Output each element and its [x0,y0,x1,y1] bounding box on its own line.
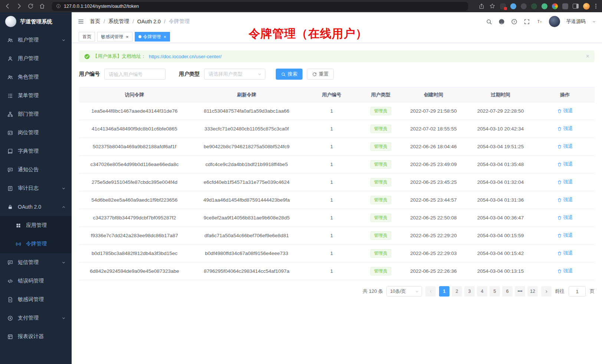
address-bar[interactable]: 127.0.0.1:1024/system/oauth2/token [52,2,468,11]
reload-icon[interactable] [27,3,34,9]
force-logout-button[interactable]: 强退 [557,250,573,257]
tab-2[interactable]: 令牌管理× [135,32,170,42]
force-logout-button[interactable]: 强退 [557,268,573,274]
force-logout-button[interactable]: 强退 [557,179,573,185]
user-id-input[interactable] [104,69,166,80]
force-logout-button[interactable]: 强退 [557,214,573,221]
force-logout-button[interactable]: 强退 [557,143,573,150]
sidebar-item[interactable]: 审计日志 [0,179,72,198]
pagination-page-button[interactable]: 4 [477,286,487,297]
sidebar-item[interactable]: 用户管理 [0,49,72,68]
column-header: 访问令牌 [79,87,190,102]
browser-profile-avatar[interactable] [583,3,590,10]
breadcrumb-item[interactable]: 首页 [90,18,100,25]
sidebar-subitem[interactable]: 应用管理 [0,216,72,235]
del-icon [557,233,562,238]
sidebar-item[interactable]: 错误码管理 [0,272,72,290]
sidebar-item[interactable]: 短信管理 [0,253,72,272]
app-logo[interactable]: 芋道管理系统 [0,12,72,31]
refresh-token-cell: 333ecfc71e02480cb11055c875c3ca0f [190,120,304,138]
code-icon [7,278,13,284]
sidebar-collapse-icon[interactable] [78,18,84,25]
share-icon[interactable] [478,3,485,9]
force-logout-button[interactable]: 强退 [557,196,573,203]
pagination: 共 120 条 10条/页 123456•••12 前往 页 [79,286,595,297]
browser-menu-icon[interactable] [594,4,598,9]
pagination-page-button[interactable]: 1 [439,286,449,297]
sidebar-item[interactable]: 通知公告 [0,161,72,179]
pagination-page-button[interactable]: 6 [502,286,513,297]
search-button[interactable]: 搜索 [276,69,302,80]
forward-icon[interactable] [16,3,22,9]
access-token-cell: 502375b8040a469a9b82188afdf6af1f [79,138,190,156]
pagination-page-button[interactable]: 5 [490,286,500,297]
pagination-next-button[interactable] [541,286,552,297]
site-info-icon[interactable] [56,4,61,9]
sidebar-item[interactable]: 岗位管理 [0,123,72,142]
sidebar-item[interactable]: 菜单管理 [0,86,72,105]
extension-icon-5[interactable] [542,3,547,9]
doc-link[interactable]: https://doc.iocoder.cn/user-center/ [149,54,222,59]
sidebar-item[interactable]: 部门管理 [0,105,72,123]
pagination-page-button[interactable]: 3 [464,286,475,297]
sidebar-item-label: 部门管理 [18,111,39,118]
force-logout-button[interactable]: 强退 [557,161,573,168]
user-avatar[interactable] [549,16,560,27]
breadcrumb-item[interactable]: 系统管理 [108,18,129,25]
app-icon [16,223,21,228]
back-icon[interactable] [4,3,11,9]
user-menu-caret-icon[interactable] [592,20,596,24]
pagination-page-button[interactable]: 2 [452,286,462,297]
github-icon[interactable] [498,19,505,25]
sidebar-item[interactable]: 敏感词管理 [0,290,72,309]
force-logout-button[interactable]: 强退 [557,232,573,239]
user-type-placeholder: 请选择用户类型 [209,71,242,77]
help-icon[interactable] [511,19,517,25]
extension-icon-2[interactable] [510,3,516,9]
search-icon[interactable] [486,19,492,25]
create-time-cell: 2022-06-25 22:26:36 [401,262,466,280]
tab-1[interactable]: 敏感词管理× [97,32,132,42]
sidebar-item[interactable]: 角色管理 [0,68,72,86]
sidebar-item[interactable]: 字典管理 [0,142,72,161]
force-logout-button[interactable]: 强退 [557,125,573,132]
extension-icon-4[interactable] [531,3,537,9]
sidebar-item[interactable]: 租户管理 [0,31,72,49]
pagination-page-button[interactable]: 12 [527,286,538,297]
expire-time-cell: 2054-03-04 00:13:15 [466,262,536,280]
home-icon[interactable] [39,3,45,9]
user-type-select[interactable]: 请选择用户类型 [204,69,265,80]
tab-close-icon[interactable]: × [126,34,129,39]
bookmark-star-icon[interactable] [489,3,495,9]
token-table-head-row: 访问令牌刷新令牌用户编号用户类型创建时间过期时间操作 [79,87,595,102]
pagination-prev-button[interactable] [425,286,436,297]
page-size-select[interactable]: 10条/页 [386,286,422,297]
sidebar-item[interactable]: 报表设计器 [0,327,72,346]
user-id-cell: 1 [303,191,360,209]
access-token-cell: 275e5de9151045fe87cbdc395e004f4d [79,173,190,191]
sidebar-item[interactable]: 支付管理 [0,309,72,327]
fullscreen-icon[interactable] [524,19,530,25]
sidebar-toggle-icon[interactable] [573,4,579,9]
extension-icon-3[interactable] [521,3,527,9]
extensions-puzzle-icon[interactable] [562,3,568,9]
settings-gear-icon[interactable] [552,3,558,9]
pagination-more-button[interactable]: ••• [515,286,525,297]
reset-button[interactable]: 重置 [307,69,334,80]
user-name[interactable]: 芋道源码 [566,18,586,25]
sidebar-item[interactable]: OAuth 2.0 [0,198,72,216]
user-type-tag: 管理员 [370,267,391,275]
table-row: c347026e805e4d99b0d116eae66eda8ccdfc4ce9… [79,156,595,173]
extension-icon-1[interactable] [500,3,506,9]
breadcrumb-item[interactable]: OAuth 2.0 [137,19,161,24]
sidebar-subitem[interactable]: 令牌管理 [0,235,72,253]
user-type-tag: 管理员 [370,142,391,151]
tab-close-icon[interactable]: × [164,34,167,39]
alert-close-icon[interactable]: × [586,53,589,59]
tab-0[interactable]: 首页 [79,32,95,42]
expire-time-cell: 2054-03-04 19:51:25 [466,138,536,156]
chevron-down-icon [415,289,419,294]
font-size-icon[interactable] [536,19,543,25]
force-logout-button[interactable]: 强退 [557,107,573,114]
goto-page-input[interactable] [569,286,586,297]
